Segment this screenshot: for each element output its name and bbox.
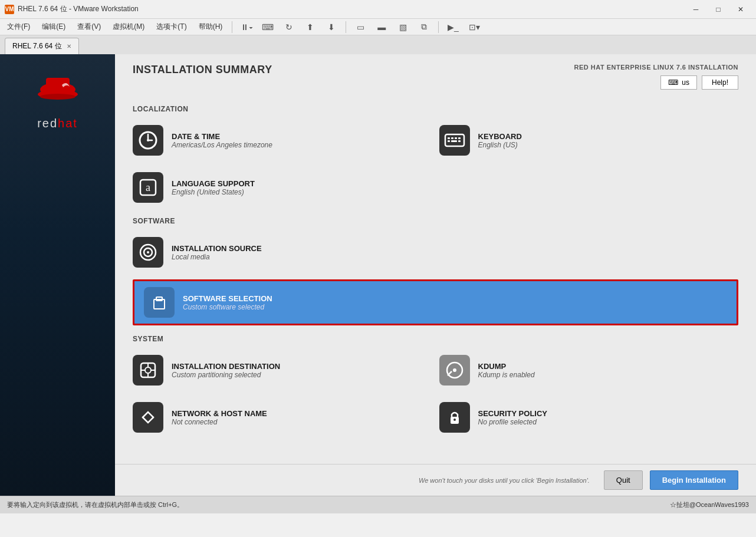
localization-heading: LOCALIZATION: [133, 105, 738, 113]
upload-button[interactable]: ⬆: [301, 18, 320, 37]
installation-title: INSTALLATION SUMMARY: [133, 64, 272, 76]
menu-view[interactable]: 查看(V): [73, 21, 106, 33]
redhat-logo: redhat: [37, 72, 78, 130]
svg-rect-13: [448, 140, 450, 142]
header-right: RED HAT ENTERPRISE LINUX 7.6 INSTALLATIO…: [574, 64, 738, 90]
svg-point-32: [453, 368, 456, 372]
vm-area: redhat INSTALLATION SUMMARY RED HAT ENTE…: [0, 54, 756, 496]
installation-destination-item[interactable]: INSTALLATION DESTINATION Custom partitio…: [133, 350, 432, 390]
menu-tabs[interactable]: 选项卡(T): [152, 21, 191, 33]
minimize-button[interactable]: ─: [685, 2, 706, 17]
software-selection-label: SOFTWARE SELECTION: [183, 294, 272, 303]
pause-button[interactable]: ⏸▾: [237, 18, 256, 37]
installation-source-item[interactable]: INSTALLATION SOURCE Local media: [133, 232, 432, 272]
date-time-desc: Americas/Los Angeles timezone: [172, 141, 272, 149]
keyboard-item-desc: English (US): [478, 141, 522, 149]
system-grid: INSTALLATION DESTINATION Custom partitio…: [133, 350, 738, 437]
date-time-item[interactable]: DATE & TIME Americas/Los Angeles timezon…: [133, 120, 432, 160]
tab-bar: RHEL 7.6 64 位 ✕: [0, 35, 756, 54]
kdump-icon: [439, 355, 470, 386]
keyboard-label: us: [682, 78, 689, 87]
send-ctrl-alt-del-button[interactable]: ⌨: [258, 18, 277, 37]
menu-edit[interactable]: 编辑(E): [37, 21, 70, 33]
window-controls: ─ □ ✕: [685, 2, 751, 17]
date-time-text: DATE & TIME Americas/Los Angeles timezon…: [172, 132, 272, 149]
installation-source-text: INSTALLATION SOURCE Local media: [172, 244, 262, 261]
title-bar: VM RHEL 7.6 64 位 - VMware Workstation ─ …: [0, 0, 756, 19]
svg-point-3: [40, 94, 75, 100]
kdump-text: KDUMP Kdump is enabled: [478, 362, 535, 379]
view-fit-button[interactable]: ▬: [372, 18, 391, 37]
installation-source-desc: Local media: [172, 253, 262, 261]
redhat-text: redhat: [37, 117, 78, 130]
status-left: 要将输入定向到该虚拟机，请在虚拟机内部单击或按 Ctrl+G。: [7, 500, 183, 509]
installation-destination-label: INSTALLATION DESTINATION: [172, 362, 280, 371]
terminal-button[interactable]: ▶_: [443, 18, 462, 37]
installation-source-label: INSTALLATION SOURCE: [172, 244, 262, 253]
kdump-label: KDUMP: [478, 362, 535, 371]
menu-file[interactable]: 文件(F): [2, 21, 35, 33]
app-icon: VM: [5, 5, 14, 14]
menu-vm[interactable]: 虚拟机(M): [108, 21, 149, 33]
toolbar-sep3: [438, 21, 439, 33]
window-title: RHEL 7.6 64 位 - VMware Workstation: [18, 4, 685, 14]
menu-help[interactable]: 帮助(H): [194, 21, 228, 33]
begin-installation-button[interactable]: Begin Installation: [650, 470, 738, 490]
sidebar: redhat: [0, 54, 115, 496]
remote-button[interactable]: ⊡▾: [465, 18, 484, 37]
date-time-label: DATE & TIME: [172, 132, 272, 141]
menu-bar: 文件(F) 编辑(E) 查看(V) 虚拟机(M) 选项卡(T) 帮助(H) ⏸▾…: [0, 19, 756, 35]
svg-rect-14: [451, 140, 457, 142]
svg-point-7: [147, 139, 149, 141]
installation-source-icon: [133, 237, 163, 268]
network-hostname-text: NETWORK & HOST NAME Not connected: [172, 409, 267, 426]
installation-header: INSTALLATION SUMMARY RED HAT ENTERPRISE …: [115, 54, 756, 95]
sections-area: LOCALIZATION DATE & TIME Americas/Los An…: [115, 95, 756, 464]
svg-rect-12: [458, 137, 461, 139]
svg-rect-10: [451, 137, 453, 139]
kdump-item[interactable]: KDUMP Kdump is enabled: [439, 350, 739, 390]
keyboard-icon: ⌨: [668, 78, 678, 87]
language-support-item[interactable]: a LANGUAGE SUPPORT English (United State…: [133, 167, 432, 207]
status-bar: 要将输入定向到该虚拟机，请在虚拟机内部单击或按 Ctrl+G。 ☆扯坦@Ocea…: [0, 496, 756, 513]
installation-destination-text: INSTALLATION DESTINATION Custom partitio…: [172, 362, 280, 379]
kdump-desc: Kdump is enabled: [478, 371, 535, 379]
security-policy-desc: No profile selected: [478, 418, 548, 426]
help-button[interactable]: Help!: [702, 75, 738, 90]
main-content: INSTALLATION SUMMARY RED HAT ENTERPRISE …: [115, 54, 756, 496]
security-policy-icon: [439, 402, 470, 433]
redhat-icon: [37, 72, 78, 107]
system-heading: SYSTEM: [133, 335, 738, 343]
vm-tab[interactable]: RHEL 7.6 64 位 ✕: [5, 38, 79, 54]
software-selection-text: SOFTWARE SELECTION Custom software selec…: [183, 294, 272, 311]
keyboard-text: KEYBOARD English (US): [478, 132, 522, 149]
network-hostname-item[interactable]: NETWORK & HOST NAME Not connected: [133, 397, 432, 437]
keyboard-button[interactable]: ⌨ us: [660, 75, 697, 90]
installation-subtitle: RED HAT ENTERPRISE LINUX 7.6 INSTALLATIO…: [574, 64, 738, 71]
keyboard-item-label: KEYBOARD: [478, 132, 522, 141]
security-policy-item[interactable]: SECURITY POLICY No profile selected: [439, 397, 739, 437]
svg-point-20: [147, 251, 149, 253]
view-x-button[interactable]: ⧉: [415, 18, 433, 37]
download-button[interactable]: ⬇: [322, 18, 341, 37]
view-fullscreen-button[interactable]: ▭: [351, 18, 370, 37]
network-hostname-icon: [133, 402, 163, 433]
language-support-text: LANGUAGE SUPPORT English (United States): [172, 179, 255, 196]
software-grid: INSTALLATION SOURCE Local media: [133, 232, 738, 325]
status-right: ☆扯坦@OceanWaves1993: [670, 500, 749, 509]
tab-label: RHEL 7.6 64 位: [12, 41, 62, 51]
svg-rect-15: [458, 140, 461, 142]
svg-point-26: [145, 367, 151, 373]
snapshot-button[interactable]: ↻: [280, 18, 298, 37]
date-time-icon: [133, 125, 163, 156]
close-button[interactable]: ✕: [730, 2, 751, 17]
software-selection-item[interactable]: SOFTWARE SELECTION Custom software selec…: [133, 279, 738, 325]
network-hostname-label: NETWORK & HOST NAME: [172, 409, 267, 418]
restore-button[interactable]: □: [708, 2, 729, 17]
svg-rect-9: [448, 137, 450, 139]
view-split-button[interactable]: ▧: [393, 18, 412, 37]
keyboard-item[interactable]: KEYBOARD English (US): [439, 120, 739, 160]
tab-close-icon[interactable]: ✕: [67, 43, 71, 50]
quit-button[interactable]: Quit: [604, 470, 643, 490]
svg-point-36: [453, 419, 456, 421]
